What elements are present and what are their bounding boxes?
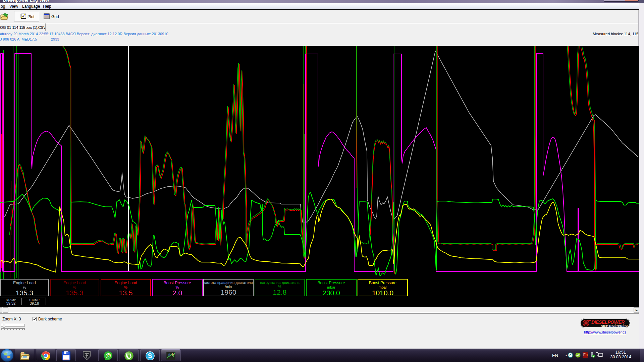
svg-text:e: e: [570, 353, 572, 357]
svg-text:@: @: [105, 352, 111, 359]
